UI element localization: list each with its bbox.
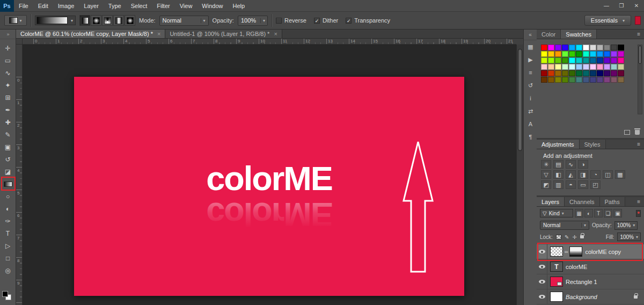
color-lookup-icon[interactable]: ▦: [615, 170, 625, 179]
color-swatch[interactable]: [597, 51, 603, 57]
color-tab-color[interactable]: Color: [537, 30, 561, 39]
panel-menu-icon[interactable]: ≡: [633, 140, 644, 149]
menu-type[interactable]: Type: [104, 0, 126, 12]
menu-layer[interactable]: Layer: [79, 0, 104, 12]
color-swatch[interactable]: [576, 57, 582, 63]
color-swatch[interactable]: [604, 70, 610, 76]
color-balance-icon[interactable]: ◭: [566, 170, 576, 179]
color-swatch[interactable]: [569, 64, 575, 70]
lasso-tool[interactable]: ∿: [0, 67, 16, 79]
color-swatch[interactable]: [541, 51, 547, 57]
color-swatch[interactable]: [562, 70, 568, 76]
transparency-option[interactable]: ✓Transparency: [346, 17, 390, 24]
color-swatch[interactable]: [576, 70, 582, 76]
crop-tool[interactable]: ⊞: [0, 91, 16, 104]
linear-gradient-button[interactable]: [79, 15, 90, 26]
color-swatch[interactable]: [590, 64, 596, 70]
hue-saturation-icon[interactable]: ◧: [553, 170, 564, 179]
properties-panel-icon[interactable]: ≡: [524, 66, 537, 79]
window-minimize-button[interactable]: —: [599, 0, 614, 12]
timeline-panel-icon[interactable]: ⇄: [524, 105, 537, 118]
lock-image-icon[interactable]: ✎: [565, 234, 569, 240]
color-swatch[interactable]: [597, 70, 603, 76]
color-swatch[interactable]: [555, 77, 561, 83]
color-swatch[interactable]: [590, 77, 596, 83]
dither-checkbox[interactable]: ✓: [314, 18, 320, 24]
color-swatch[interactable]: [555, 70, 561, 76]
color-swatch[interactable]: [583, 77, 589, 83]
adjustments-tab-adjustments[interactable]: Adjustments: [537, 140, 580, 149]
color-swatch[interactable]: [541, 77, 547, 83]
color-swatch[interactable]: [548, 51, 554, 57]
reverse-option[interactable]: Reverse: [276, 17, 306, 24]
color-swatch[interactable]: [611, 45, 617, 50]
color-swatch[interactable]: [611, 64, 617, 70]
path-selection-tool[interactable]: ▷: [0, 239, 16, 252]
menu-filter[interactable]: Filter: [152, 0, 174, 12]
document-tab[interactable]: ColorME @ 60.1% (colorME copy, Layer Mas…: [16, 30, 165, 38]
eyedropper-tool[interactable]: ✒: [0, 104, 16, 116]
color-swatch[interactable]: [555, 57, 561, 63]
healing-brush-tool[interactable]: ✚: [0, 116, 16, 128]
color-swatch[interactable]: [541, 57, 547, 63]
color-swatch[interactable]: [604, 64, 610, 70]
color-swatch[interactable]: [604, 45, 610, 50]
swatches-scrollbar[interactable]: [638, 45, 642, 114]
menu-help[interactable]: Help: [228, 0, 250, 12]
layers-opacity-dropdown[interactable]: 100% ▾: [614, 221, 638, 230]
reverse-checkbox[interactable]: [276, 18, 282, 24]
color-swatch[interactable]: [541, 45, 547, 50]
quick-selection-tool[interactable]: ✦: [0, 79, 16, 91]
color-swatch[interactable]: [569, 51, 575, 57]
lock-position-icon[interactable]: ✛: [572, 234, 576, 240]
color-swatch[interactable]: [555, 45, 561, 50]
visibility-toggle[interactable]: [537, 289, 547, 304]
marquee-tool[interactable]: ▭: [0, 54, 16, 67]
dither-option[interactable]: ✓Dither: [314, 17, 338, 24]
color-swatch[interactable]: [569, 57, 575, 63]
menu-edit[interactable]: Edit: [33, 0, 53, 12]
invert-icon[interactable]: ◩: [541, 180, 551, 189]
character-panel-icon[interactable]: A: [524, 118, 537, 130]
color-swatch[interactable]: [604, 51, 610, 57]
diamond-gradient-button[interactable]: [125, 15, 135, 26]
rectangle-tool[interactable]: □: [0, 252, 16, 264]
scrollbar-thumb[interactable]: [639, 46, 641, 64]
gradient-picker[interactable]: ▾: [35, 16, 76, 25]
color-swatch[interactable]: [562, 45, 568, 50]
vertical-scrollbar[interactable]: [516, 45, 523, 305]
window-close-button[interactable]: ✕: [629, 0, 644, 12]
color-swatch[interactable]: [618, 70, 624, 76]
filter-adjustment-icon[interactable]: ◐: [584, 209, 593, 217]
color-swatch[interactable]: [597, 45, 603, 50]
photo-filter-icon[interactable]: ◔: [590, 170, 601, 179]
opacity-dropdown[interactable]: 100% ▾: [238, 16, 268, 26]
toolbar-collapse-button[interactable]: »: [0, 30, 16, 39]
color-swatch[interactable]: [548, 57, 554, 63]
filter-toggle[interactable]: [636, 210, 641, 217]
eraser-tool[interactable]: ◪: [0, 165, 16, 178]
angle-gradient-button[interactable]: [102, 15, 113, 26]
color-swatch[interactable]: [576, 51, 582, 57]
kind-dropdown[interactable]: ▽ Kind ▾: [540, 209, 573, 217]
horizontal-ruler[interactable]: 0123456789101112131415161718192021: [23, 39, 516, 45]
color-swatch[interactable]: [548, 70, 554, 76]
pen-tool[interactable]: ✑: [0, 215, 16, 227]
type-tool[interactable]: T: [0, 227, 16, 239]
layer-row[interactable]: Rectangle 1: [537, 274, 644, 289]
color-swatch[interactable]: [576, 77, 582, 83]
filter-smart-object-icon[interactable]: ▣: [613, 209, 622, 217]
color-swatch[interactable]: [618, 64, 624, 70]
menu-view[interactable]: View: [175, 0, 197, 12]
dodge-tool[interactable]: ◐: [0, 202, 16, 215]
color-swatch[interactable]: [618, 51, 624, 57]
color-chips[interactable]: [2, 291, 13, 302]
color-swatch[interactable]: [569, 77, 575, 83]
canvas-document[interactable]: colorME colorME: [74, 77, 464, 296]
visibility-toggle[interactable]: [537, 274, 547, 289]
reflected-gradient-button[interactable]: [113, 15, 124, 26]
color-swatch[interactable]: [562, 64, 568, 70]
menu-file[interactable]: File: [14, 0, 33, 12]
gradient-tool[interactable]: [0, 178, 16, 190]
zoom-tool[interactable]: ◎: [0, 264, 16, 277]
